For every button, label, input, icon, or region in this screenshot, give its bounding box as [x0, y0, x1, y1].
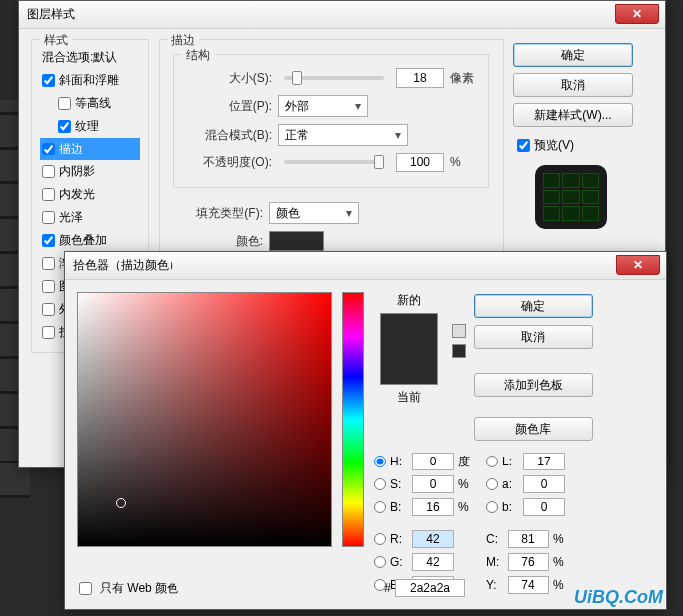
size-unit: 像素 — [450, 70, 474, 87]
stroke-color-swatch[interactable] — [269, 231, 324, 251]
drop-shadow-checkbox[interactable] — [42, 326, 55, 339]
close-button[interactable]: ✕ — [615, 4, 659, 24]
gradient-checkbox[interactable] — [42, 257, 55, 270]
la-input[interactable] — [523, 475, 565, 493]
size-input[interactable] — [396, 68, 444, 88]
m-label: M: — [486, 555, 504, 569]
watermark: UiBQ.CoM — [574, 587, 663, 608]
blend-dropdown[interactable]: 正常 — [278, 124, 408, 146]
r-label: R: — [390, 532, 408, 546]
style-satin[interactable]: 光泽 — [40, 206, 140, 229]
style-texture[interactable]: 纹理 — [40, 115, 140, 138]
current-color-swatch[interactable] — [381, 349, 437, 384]
g-input[interactable] — [412, 553, 454, 571]
opacity-label: 不透明度(O): — [182, 154, 272, 171]
window-title: 图层样式 — [27, 6, 75, 23]
size-label: 大小(S): — [182, 70, 272, 87]
hue-slider[interactable] — [342, 292, 364, 547]
s-radio[interactable] — [374, 478, 386, 490]
new-style-button[interactable]: 新建样式(W)... — [513, 103, 633, 127]
s-input[interactable] — [412, 475, 454, 493]
blend-default-row[interactable]: 混合选项:默认 — [40, 46, 140, 69]
web-only-label: 只有 Web 颜色 — [100, 580, 178, 597]
satin-checkbox[interactable] — [42, 211, 55, 224]
titlebar[interactable]: 图层样式 ✕ — [19, 1, 665, 29]
websafe-icon[interactable] — [452, 344, 466, 358]
picker-titlebar[interactable]: 拾色器（描边颜色） ✕ — [65, 252, 666, 280]
color-overlay-checkbox[interactable] — [42, 234, 55, 247]
picker-close-button[interactable]: ✕ — [616, 255, 660, 275]
picker-ok-button[interactable]: 确定 — [474, 294, 593, 318]
preview-thumbnail — [535, 165, 607, 229]
new-color-swatch — [381, 314, 437, 349]
web-only-checkbox[interactable] — [79, 582, 92, 595]
picker-cancel-button[interactable]: 取消 — [474, 325, 593, 349]
structure-legend: 结构 — [182, 47, 214, 64]
cancel-button[interactable]: 取消 — [513, 73, 633, 97]
hex-label: # — [384, 581, 391, 595]
h-input[interactable] — [412, 453, 454, 470]
preview-checkbox[interactable] — [517, 139, 530, 152]
b-radio[interactable] — [374, 501, 386, 513]
h-label: H: — [390, 455, 408, 468]
r-radio[interactable] — [374, 533, 386, 545]
color-compare — [380, 313, 438, 385]
filltype-dropdown[interactable]: 颜色 — [269, 202, 359, 224]
g-radio[interactable] — [374, 556, 386, 568]
l-input[interactable] — [523, 453, 565, 470]
la-label: a: — [502, 477, 519, 491]
b-label: B: — [390, 500, 408, 514]
g-label: G: — [390, 555, 408, 569]
color-picker-window: 拾色器（描边颜色） ✕ 新的 当前 — [64, 251, 667, 610]
position-dropdown[interactable]: 外部 — [278, 95, 368, 117]
bevel-checkbox[interactable] — [42, 74, 55, 87]
add-swatch-button[interactable]: 添加到色板 — [474, 373, 593, 397]
outer-glow-checkbox[interactable] — [42, 303, 55, 316]
current-label: 当前 — [397, 389, 421, 406]
opacity-input[interactable] — [396, 153, 444, 172]
style-color-overlay[interactable]: 颜色叠加 — [40, 229, 140, 252]
opacity-slider-thumb[interactable] — [374, 155, 384, 169]
c-label: C: — [486, 532, 504, 546]
stroke-checkbox[interactable] — [42, 143, 55, 155]
lb-radio[interactable] — [486, 501, 498, 513]
opacity-slider[interactable] — [284, 160, 384, 164]
color-field-cursor[interactable] — [116, 498, 126, 508]
new-label: 新的 — [397, 292, 421, 309]
la-radio[interactable] — [486, 478, 498, 490]
inner-glow-checkbox[interactable] — [42, 188, 55, 201]
gamut-warning-icon[interactable] — [452, 324, 466, 338]
blend-label: 混合模式(B): — [182, 127, 272, 144]
style-contour[interactable]: 等高线 — [40, 92, 140, 115]
b-input[interactable] — [412, 498, 454, 516]
m-input[interactable] — [508, 553, 549, 571]
color-lib-button[interactable]: 颜色库 — [474, 417, 593, 441]
c-input[interactable] — [508, 530, 549, 548]
position-label: 位置(P): — [182, 98, 272, 115]
style-bevel[interactable]: 斜面和浮雕 — [40, 69, 140, 92]
inner-shadow-checkbox[interactable] — [42, 165, 55, 178]
l-label: L: — [502, 455, 519, 468]
opacity-unit: % — [450, 155, 461, 169]
h-radio[interactable] — [374, 456, 386, 467]
contour-checkbox[interactable] — [58, 97, 71, 110]
style-inner-glow[interactable]: 内发光 — [40, 183, 140, 206]
style-stroke[interactable]: 描边 — [40, 138, 140, 160]
pattern-checkbox[interactable] — [42, 280, 55, 293]
s-label: S: — [390, 477, 408, 491]
picker-title: 拾色器（描边颜色） — [73, 257, 180, 274]
style-inner-shadow[interactable]: 内阴影 — [40, 160, 140, 183]
color-field[interactable] — [77, 292, 332, 547]
size-slider-thumb[interactable] — [292, 71, 302, 85]
size-slider[interactable] — [284, 76, 384, 80]
lb-input[interactable] — [523, 498, 565, 516]
styles-legend: 样式 — [40, 32, 72, 49]
l-radio[interactable] — [486, 456, 498, 467]
color-label: 颜色: — [173, 233, 263, 250]
ok-button[interactable]: 确定 — [513, 43, 633, 67]
texture-checkbox[interactable] — [58, 120, 71, 133]
hex-input[interactable] — [395, 579, 465, 597]
filltype-label: 填充类型(F): — [173, 205, 263, 222]
preview-label: 预览(V) — [534, 137, 574, 154]
r-input[interactable] — [412, 530, 454, 548]
